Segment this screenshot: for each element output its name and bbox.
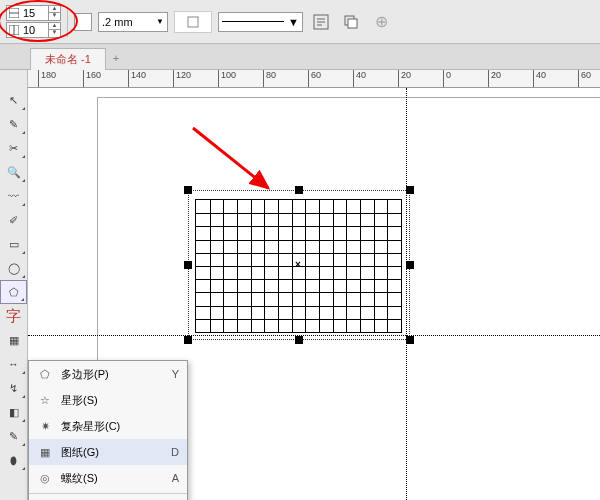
svg-rect-4 [188,17,198,27]
outline-width-value: .2 mm [102,16,133,28]
tab-label: 未命名 -1 [45,52,91,67]
flyout-item-label: 螺纹(S) [61,471,164,486]
wrap-text-button[interactable] [309,11,333,33]
tool-dimension[interactable]: ↔ [0,352,27,376]
handle-s[interactable] [295,336,303,344]
ruler-tick: 180 [38,70,56,87]
add-button[interactable]: ⊕ [369,11,393,33]
ruler-tick: 160 [83,70,101,87]
flyout-item-icon: ⬠ [37,368,53,381]
ruler-tick: 60 [308,70,321,87]
annotation-arrow [183,118,283,198]
flyout-item-icon: ✷ [37,420,53,433]
outline-units-box[interactable] [174,11,212,33]
flyout-item-icon: ☆ [37,394,53,407]
toolbox: ↖ ✎ ✂ 🔍 〰 ✐ ▭ ◯ ⬠ 字 ▦ ↔ ↯ ◧ ✎ ⬮ [0,70,28,500]
ruler-tick: 20 [488,70,501,87]
ruler-tick: 0 [443,70,451,87]
flyout-item[interactable]: ◎螺纹(S)A [29,465,187,491]
handle-ne[interactable] [406,186,414,194]
property-bar: 15 ▲▼ 10 ▲▼ .2 mm ▼ ▼ ⊕ [0,0,600,44]
document-tabs: 未命名 -1 + [0,44,600,70]
flyout-item-icon: ▦ [37,446,53,459]
tool-rectangle[interactable]: ▭ [0,232,27,256]
line-preview [222,21,284,22]
ruler-tick: 20 [398,70,411,87]
handle-e[interactable] [406,261,414,269]
outline-width-dropdown[interactable]: .2 mm ▼ [98,12,168,32]
tab-add-button[interactable]: + [106,47,126,69]
tool-shape-edit[interactable]: ✎ [0,112,27,136]
ruler-tick: 60 [578,70,591,87]
svg-line-8 [193,128,268,188]
flyout-item-label: 多边形(P) [61,367,164,382]
flyout-item[interactable]: ◇基本形状(B) [29,496,187,500]
ruler-horizontal: 180160140120100806040200204060 [28,70,600,88]
tool-zoom[interactable]: 🔍 [0,160,27,184]
ruler-tick: 120 [173,70,191,87]
tool-fill[interactable]: ⬮ [0,448,27,472]
tool-table[interactable]: ▦ [0,328,27,352]
polygon-flyout-menu: ⬠多边形(P)Y☆星形(S)✷复杂星形(C)▦图纸(G)D◎螺纹(S)A◇基本形… [28,360,188,500]
milli-icon [186,15,200,29]
flyout-separator [29,493,187,494]
tool-text[interactable]: 字 [0,304,27,328]
tool-ellipse[interactable]: ◯ [0,256,27,280]
flyout-item[interactable]: ▦图纸(G)D [29,439,187,465]
flyout-item-shortcut: Y [172,368,179,380]
tool-freehand[interactable]: 〰 [0,184,27,208]
flyout-item[interactable]: ☆星形(S) [29,387,187,413]
annotation-ring-spinners [0,0,78,42]
tab-untitled[interactable]: 未命名 -1 [30,48,106,70]
flyout-item-shortcut: A [172,472,179,484]
tool-polygon-flyout[interactable]: ⬠ [0,280,27,304]
flyout-item-icon: ◎ [37,472,53,485]
ruler-tick: 40 [533,70,546,87]
handle-w[interactable] [184,261,192,269]
handle-n[interactable] [295,186,303,194]
tool-effects[interactable]: ◧ [0,400,27,424]
tool-crop[interactable]: ✂ [0,136,27,160]
tool-smart-draw[interactable]: ✐ [0,208,27,232]
ruler-tick: 40 [353,70,366,87]
selection-center: × [294,260,302,268]
ruler-tick: 100 [218,70,236,87]
tool-connector[interactable]: ↯ [0,376,27,400]
tool-pick[interactable]: ↖ [0,88,27,112]
tool-eyedropper[interactable]: ✎ [0,424,27,448]
ruler-tick: 140 [128,70,146,87]
chevron-down-icon: ▼ [288,16,299,28]
line-style-dropdown[interactable]: ▼ [218,12,303,32]
flyout-item-label: 星形(S) [61,393,171,408]
handle-se[interactable] [406,336,414,344]
flyout-item-shortcut: D [171,446,179,458]
svg-rect-7 [348,19,357,28]
flyout-item-label: 复杂星形(C) [61,419,171,434]
to-front-button[interactable] [339,11,363,33]
ruler-tick: 80 [263,70,276,87]
workspace: 180160140120100806040200204060 ↖ ✎ ✂ 🔍 〰… [0,70,600,500]
flyout-item-label: 图纸(G) [61,445,163,460]
chevron-down-icon: ▼ [156,17,164,26]
flyout-item[interactable]: ⬠多边形(P)Y [29,361,187,387]
flyout-item[interactable]: ✷复杂星形(C) [29,413,187,439]
handle-sw[interactable] [184,336,192,344]
